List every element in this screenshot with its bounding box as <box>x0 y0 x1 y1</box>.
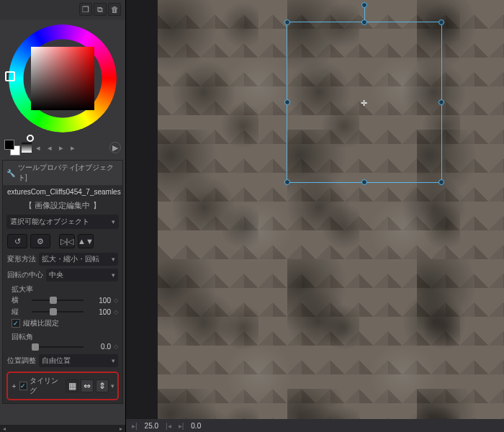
tool-property-title: 🔧 ツールプロパティ[オブジェクト] <box>3 161 122 185</box>
swatch-step-left-icon[interactable]: ◂ <box>33 143 43 153</box>
scale-h-label: 横 <box>12 295 29 305</box>
color-wheel[interactable] <box>5 23 120 138</box>
panel-copy-icon[interactable]: ❐ <box>79 3 92 16</box>
transform-method-row: 変形方法 拡大・縮小・回転 ▾ <box>3 251 122 267</box>
panel-header-buttons: ❐ ⧉ 🗑 <box>0 0 125 20</box>
swatch-step-left2-icon[interactable]: ◂ <box>45 143 55 153</box>
transform-method-label: 変形方法 <box>7 254 36 264</box>
tiling-both-icon[interactable]: ▦ <box>66 379 78 392</box>
canvas[interactable]: ✛ ▸| 25.0 |◂ ▸| 0.0 <box>126 0 504 432</box>
edit-notice-text: 【 画像設定編集中 】 <box>3 199 122 212</box>
property-sidebar: ❐ ⧉ 🗑 ◂ ◂ ▸ ▸ ▶ 🔧 ツールプロパティ[オブジェクト] e <box>0 0 126 432</box>
plus-icon[interactable]: + <box>11 382 17 390</box>
stepper-icon[interactable]: ◇ <box>114 309 118 315</box>
swatch-step-right-icon[interactable]: ▸ <box>56 143 66 153</box>
panel-scrollbar-x[interactable]: ◂ ▸ <box>0 425 125 432</box>
tiling-checkbox[interactable]: ✓ <box>19 382 27 390</box>
scale-h-row: 横 100 ◇ <box>12 294 118 306</box>
rotation-angle-group: 回転角 0.0 ◇ <box>3 330 122 353</box>
keep-aspect-checkbox[interactable]: ✓ <box>12 319 20 328</box>
scale-label: 拡大率 <box>12 284 118 294</box>
keep-aspect-label: 縦横比固定 <box>23 318 59 328</box>
rotation-center-label: 回転の中心 <box>7 270 43 280</box>
keep-aspect-row: ✓ 縦横比固定 <box>12 318 118 329</box>
swatch-step-right2-icon[interactable]: ▸ <box>68 143 78 153</box>
scale-v-slider[interactable] <box>32 310 84 314</box>
fg-bg-swatch[interactable] <box>4 140 20 156</box>
sv-handle[interactable] <box>27 135 34 142</box>
flip-horizontal-button[interactable]: ▷|◁ <box>59 234 75 248</box>
angle-value[interactable]: 0.0 <box>191 422 201 430</box>
chevron-down-icon: ▾ <box>112 271 115 279</box>
chevron-down-icon: ▾ <box>112 256 115 263</box>
selectable-objects-dropdown[interactable]: 選択可能なオブジェクト ▾ <box>6 215 119 229</box>
angle-dec-icon[interactable]: ▸| <box>179 422 184 430</box>
zoom-out-icon[interactable]: ▸| <box>132 422 138 430</box>
handle-se[interactable] <box>438 179 444 185</box>
chevron-down-icon: ▾ <box>112 218 115 225</box>
position-adjust-label: 位置調整 <box>7 356 36 366</box>
rotation-center-row: 回転の中心 中央 ▾ <box>3 267 122 283</box>
scale-v-value[interactable]: 100 <box>86 308 111 316</box>
handle-s[interactable] <box>361 179 367 185</box>
scale-v-label: 縦 <box>12 307 29 317</box>
rotation-angle-label: 回転角 <box>12 332 118 342</box>
scale-v-row: 縦 100 ◇ <box>12 306 118 318</box>
handle-ne[interactable] <box>438 19 444 25</box>
status-bar: ▸| 25.0 |◂ ▸| 0.0 <box>126 419 504 432</box>
panel-duplicate-icon[interactable]: ⧉ <box>94 3 107 16</box>
stepper-icon[interactable]: ◇ <box>114 297 118 304</box>
scale-group: 拡大率 横 100 ◇ 縦 100 ◇ ✓ 縦横比固定 <box>3 283 122 330</box>
position-adjust-value: 自由位置 <box>42 356 71 366</box>
hue-handle[interactable] <box>5 71 15 81</box>
tool-property-title-text: ツールプロパティ[オブジェクト] <box>18 163 119 183</box>
zoom-value[interactable]: 25.0 <box>145 422 158 430</box>
scale-h-value[interactable]: 100 <box>86 297 111 305</box>
rotation-angle-value[interactable]: 0.0 <box>86 343 111 351</box>
selection-box[interactable]: ✛ <box>287 22 442 183</box>
rotation-center-dropdown[interactable]: 中央 ▾ <box>46 269 118 282</box>
pasteboard <box>126 0 158 432</box>
scroll-right-icon[interactable]: ▸ <box>117 425 125 432</box>
transform-method-dropdown[interactable]: 拡大・縮小・回転 ▾ <box>39 253 118 266</box>
op-button-row: ↺ ⚙ ▷|◁ ▲▼ <box>3 231 122 251</box>
tiling-horizontal-icon[interactable]: ⇔ <box>81 379 94 392</box>
handle-e[interactable] <box>438 99 444 105</box>
gradient-bar-icon[interactable] <box>22 143 32 153</box>
handle-w[interactable] <box>284 99 290 105</box>
handle-sw[interactable] <box>284 179 290 185</box>
zoom-in-icon[interactable]: |◂ <box>166 422 171 430</box>
rotation-handle[interactable] <box>361 2 367 8</box>
tool-property-panel: 🔧 ツールプロパティ[オブジェクト] exturesCom_Cliffs0454… <box>2 160 123 404</box>
rotation-angle-slider[interactable] <box>32 345 84 349</box>
saturation-value-square[interactable] <box>31 47 94 110</box>
position-adjust-dropdown[interactable]: 自由位置 ▾ <box>39 354 118 367</box>
stepper-icon[interactable]: ◇ <box>114 343 118 350</box>
flip-vertical-button[interactable]: ▲▼ <box>78 234 94 248</box>
panel-delete-icon[interactable]: 🗑 <box>108 3 121 16</box>
rotation-center-value: 中央 <box>49 270 63 280</box>
tiling-label: タイリング <box>30 376 61 396</box>
handle-nw[interactable] <box>284 19 290 25</box>
chevron-down-icon: ▾ <box>111 382 114 390</box>
scroll-left-icon[interactable]: ◂ <box>0 425 9 432</box>
tiling-row: + ✓ タイリング ▦ ⇔ ⇕ ▾ <box>6 372 119 400</box>
op-settings-button[interactable]: ⚙ <box>30 234 50 248</box>
selectable-objects-label: 選択可能なオブジェクト <box>10 217 89 227</box>
op-reset-button[interactable]: ↺ <box>7 234 27 248</box>
center-marker-icon[interactable]: ✛ <box>361 99 367 108</box>
chevron-down-icon: ▾ <box>112 357 115 364</box>
position-adjust-row: 位置調整 自由位置 ▾ <box>3 353 122 369</box>
wrench-icon: 🔧 <box>6 169 15 177</box>
transform-method-value: 拡大・縮小・回転 <box>42 254 99 264</box>
rotation-angle-row: 0.0 ◇ <box>12 342 118 351</box>
record-icon[interactable]: ▶ <box>109 142 121 153</box>
handle-n[interactable] <box>361 19 367 25</box>
asset-name-field[interactable]: exturesCom_Cliffs0454_7_seamless_S <box>4 186 121 197</box>
scale-h-slider[interactable] <box>32 298 84 302</box>
swatch-row: ◂ ◂ ▸ ▸ ▶ <box>0 138 125 158</box>
tiling-vertical-icon[interactable]: ⇕ <box>96 379 109 392</box>
